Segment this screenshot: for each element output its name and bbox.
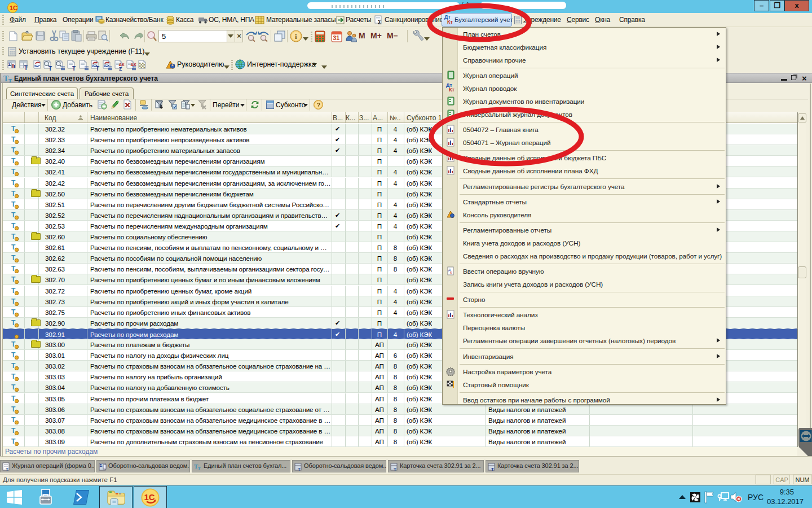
svg-text:т: т bbox=[8, 76, 12, 83]
svg-text:1С: 1С bbox=[144, 492, 155, 502]
svg-text:Σ: Σ bbox=[119, 66, 122, 71]
svg-text:Σ: Σ bbox=[100, 463, 103, 468]
svg-text:31: 31 bbox=[333, 34, 340, 41]
svg-text:T: T bbox=[298, 467, 301, 471]
svg-text:T: T bbox=[394, 467, 396, 471]
svg-text:ΔК: ΔК bbox=[131, 62, 136, 67]
svg-text:т: т bbox=[198, 465, 201, 471]
svg-text:T: T bbox=[491, 467, 494, 471]
svg-text:?: ? bbox=[317, 102, 321, 108]
svg-text:T: T bbox=[72, 65, 76, 71]
svg-text:T: T bbox=[24, 65, 28, 71]
svg-text:Σ: Σ bbox=[378, 19, 382, 25]
svg-text:1С: 1С bbox=[10, 5, 17, 11]
svg-text:Σ: Σ bbox=[8, 62, 12, 67]
svg-text:T: T bbox=[96, 65, 99, 71]
svg-text:К: К bbox=[450, 271, 452, 274]
svg-text:i: i bbox=[295, 32, 297, 41]
svg-text:T: T bbox=[6, 467, 8, 471]
svg-text:T: T bbox=[48, 65, 52, 71]
